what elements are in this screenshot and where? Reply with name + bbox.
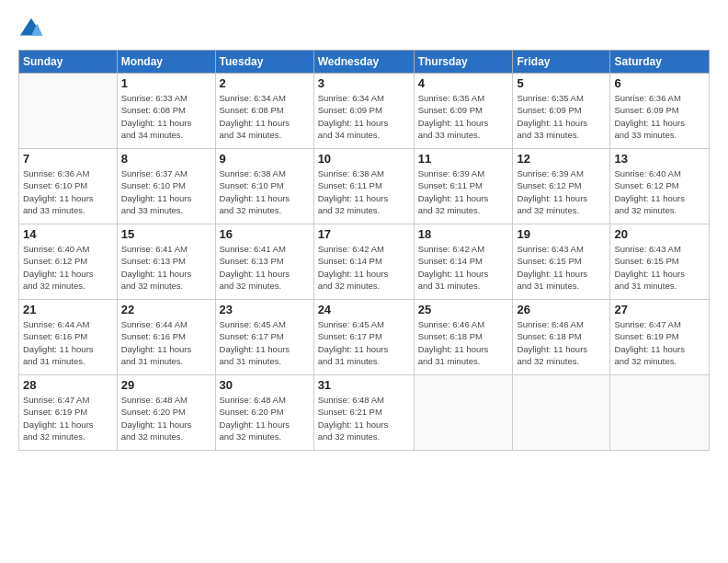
day-number: 28 [23,378,113,392]
day-number: 16 [220,227,310,241]
day-info: Sunrise: 6:48 AM Sunset: 6:20 PM Dayligh… [220,394,310,442]
day-info: Sunrise: 6:43 AM Sunset: 6:15 PM Dayligh… [517,243,606,292]
page: SundayMondayTuesdayWednesdayThursdayFrid… [0,0,728,563]
day-info: Sunrise: 6:40 AM Sunset: 6:12 PM Dayligh… [614,167,705,216]
day-number: 27 [614,303,705,316]
calendar-cell: 22Sunrise: 6:44 AM Sunset: 6:16 PM Dayli… [117,300,215,375]
day-number: 15 [121,227,211,241]
day-info: Sunrise: 6:36 AM Sunset: 6:10 PM Dayligh… [23,167,113,216]
day-info: Sunrise: 6:47 AM Sunset: 6:19 PM Dayligh… [614,318,705,367]
header [18,17,710,42]
calendar-cell: 23Sunrise: 6:45 AM Sunset: 6:17 PM Dayli… [215,300,313,375]
calendar-cell [19,74,118,149]
day-number: 25 [418,303,509,316]
calendar-cell: 9Sunrise: 6:38 AM Sunset: 6:10 PM Daylig… [215,149,313,224]
calendar-cell: 14Sunrise: 6:40 AM Sunset: 6:12 PM Dayli… [19,224,118,300]
calendar-week-row: 21Sunrise: 6:44 AM Sunset: 6:16 PM Dayli… [19,300,710,375]
day-info: Sunrise: 6:33 AM Sunset: 6:08 PM Dayligh… [121,92,211,141]
day-info: Sunrise: 6:42 AM Sunset: 6:14 PM Dayligh… [318,243,410,292]
day-number: 2 [220,76,310,90]
calendar-cell [610,375,710,451]
calendar-cell: 3Sunrise: 6:34 AM Sunset: 6:09 PM Daylig… [313,74,414,149]
calendar-header-row: SundayMondayTuesdayWednesdayThursdayFrid… [19,51,710,74]
calendar-cell: 15Sunrise: 6:41 AM Sunset: 6:13 PM Dayli… [117,224,215,300]
day-info: Sunrise: 6:44 AM Sunset: 6:16 PM Dayligh… [121,318,211,367]
calendar-cell: 2Sunrise: 6:34 AM Sunset: 6:08 PM Daylig… [215,74,313,149]
day-number: 30 [220,378,310,392]
calendar-cell: 7Sunrise: 6:36 AM Sunset: 6:10 PM Daylig… [19,149,118,224]
calendar-week-row: 7Sunrise: 6:36 AM Sunset: 6:10 PM Daylig… [19,149,710,224]
day-info: Sunrise: 6:35 AM Sunset: 6:09 PM Dayligh… [418,92,509,141]
day-number: 13 [614,152,705,166]
weekday-header-sunday: Sunday [19,51,118,74]
day-number: 8 [121,152,211,166]
calendar-cell: 10Sunrise: 6:38 AM Sunset: 6:11 PM Dayli… [313,149,414,224]
day-number: 31 [318,378,410,392]
day-number: 18 [418,227,509,241]
calendar-cell: 27Sunrise: 6:47 AM Sunset: 6:19 PM Dayli… [610,300,710,375]
calendar-cell: 4Sunrise: 6:35 AM Sunset: 6:09 PM Daylig… [414,74,513,149]
day-number: 11 [418,152,509,166]
calendar-cell: 20Sunrise: 6:43 AM Sunset: 6:15 PM Dayli… [610,224,710,300]
day-info: Sunrise: 6:48 AM Sunset: 6:20 PM Dayligh… [121,394,211,442]
day-number: 17 [318,227,410,241]
day-info: Sunrise: 6:38 AM Sunset: 6:11 PM Dayligh… [318,167,410,216]
day-info: Sunrise: 6:44 AM Sunset: 6:16 PM Dayligh… [23,318,113,367]
calendar-cell: 18Sunrise: 6:42 AM Sunset: 6:14 PM Dayli… [414,224,513,300]
calendar-cell: 30Sunrise: 6:48 AM Sunset: 6:20 PM Dayli… [215,375,313,451]
day-info: Sunrise: 6:39 AM Sunset: 6:12 PM Dayligh… [517,167,606,216]
day-info: Sunrise: 6:46 AM Sunset: 6:18 PM Dayligh… [517,318,606,367]
day-info: Sunrise: 6:48 AM Sunset: 6:21 PM Dayligh… [318,394,410,442]
weekday-header-saturday: Saturday [610,51,710,74]
calendar-cell: 31Sunrise: 6:48 AM Sunset: 6:21 PM Dayli… [313,375,414,451]
day-info: Sunrise: 6:45 AM Sunset: 6:17 PM Dayligh… [318,318,410,367]
calendar-cell: 12Sunrise: 6:39 AM Sunset: 6:12 PM Dayli… [513,149,610,224]
day-number: 24 [318,303,410,316]
weekday-header-tuesday: Tuesday [215,51,313,74]
day-info: Sunrise: 6:47 AM Sunset: 6:19 PM Dayligh… [23,394,113,442]
logo [18,17,46,42]
day-number: 4 [418,76,509,90]
calendar-cell: 16Sunrise: 6:41 AM Sunset: 6:13 PM Dayli… [215,224,313,300]
calendar-cell: 25Sunrise: 6:46 AM Sunset: 6:18 PM Dayli… [414,300,513,375]
calendar-cell: 28Sunrise: 6:47 AM Sunset: 6:19 PM Dayli… [19,375,118,451]
calendar-cell: 24Sunrise: 6:45 AM Sunset: 6:17 PM Dayli… [313,300,414,375]
day-number: 29 [121,378,211,392]
day-info: Sunrise: 6:42 AM Sunset: 6:14 PM Dayligh… [418,243,509,292]
weekday-header-monday: Monday [117,51,215,74]
calendar-week-row: 28Sunrise: 6:47 AM Sunset: 6:19 PM Dayli… [19,375,710,451]
calendar-cell: 8Sunrise: 6:37 AM Sunset: 6:10 PM Daylig… [117,149,215,224]
calendar-week-row: 1Sunrise: 6:33 AM Sunset: 6:08 PM Daylig… [19,74,710,149]
calendar-cell: 29Sunrise: 6:48 AM Sunset: 6:20 PM Dayli… [117,375,215,451]
calendar-cell: 21Sunrise: 6:44 AM Sunset: 6:16 PM Dayli… [19,300,118,375]
weekday-header-thursday: Thursday [414,51,513,74]
day-info: Sunrise: 6:46 AM Sunset: 6:18 PM Dayligh… [418,318,509,367]
day-info: Sunrise: 6:37 AM Sunset: 6:10 PM Dayligh… [121,167,211,216]
calendar-cell: 17Sunrise: 6:42 AM Sunset: 6:14 PM Dayli… [313,224,414,300]
logo-icon [18,17,44,42]
day-number: 22 [121,303,211,316]
day-number: 1 [121,76,211,90]
calendar-table: SundayMondayTuesdayWednesdayThursdayFrid… [18,50,710,451]
day-number: 10 [318,152,410,166]
calendar-week-row: 14Sunrise: 6:40 AM Sunset: 6:12 PM Dayli… [19,224,710,300]
day-info: Sunrise: 6:43 AM Sunset: 6:15 PM Dayligh… [614,243,705,292]
day-number: 26 [517,303,606,316]
day-info: Sunrise: 6:45 AM Sunset: 6:17 PM Dayligh… [220,318,310,367]
day-info: Sunrise: 6:38 AM Sunset: 6:10 PM Dayligh… [220,167,310,216]
calendar-cell [414,375,513,451]
day-number: 6 [614,76,705,90]
day-info: Sunrise: 6:34 AM Sunset: 6:08 PM Dayligh… [220,92,310,141]
calendar-cell: 13Sunrise: 6:40 AM Sunset: 6:12 PM Dayli… [610,149,710,224]
calendar-cell: 6Sunrise: 6:36 AM Sunset: 6:09 PM Daylig… [610,74,710,149]
day-number: 7 [23,152,113,166]
day-info: Sunrise: 6:34 AM Sunset: 6:09 PM Dayligh… [318,92,410,141]
calendar-cell: 19Sunrise: 6:43 AM Sunset: 6:15 PM Dayli… [513,224,610,300]
day-number: 9 [220,152,310,166]
day-info: Sunrise: 6:36 AM Sunset: 6:09 PM Dayligh… [614,92,705,141]
weekday-header-wednesday: Wednesday [313,51,414,74]
day-number: 5 [517,76,606,90]
day-number: 21 [23,303,113,316]
day-number: 12 [517,152,606,166]
calendar-cell: 26Sunrise: 6:46 AM Sunset: 6:18 PM Dayli… [513,300,610,375]
